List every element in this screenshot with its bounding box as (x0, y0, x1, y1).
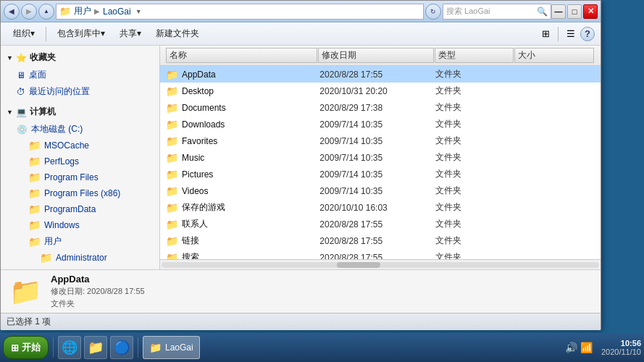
sidebar-section-computer[interactable]: ▼ 💻 计算机 (1, 103, 159, 121)
file-name: Favorites (182, 136, 217, 146)
table-row[interactable]: 📁 链接 2020/8/28 17:55 文件夹 (160, 232, 601, 249)
address-bar[interactable]: 📁 用户 ▶ LaoGai ▼ (56, 4, 424, 20)
up-button[interactable]: ▲ (38, 4, 54, 20)
folder-icon-file: 📁 (166, 185, 178, 197)
sidebar-item-desktop[interactable]: 🖥 桌面 (1, 67, 159, 83)
col-type-header[interactable]: 类型 (435, 48, 514, 63)
table-row[interactable]: 📁 Favorites 2009/7/14 10:35 文件夹 (160, 132, 601, 149)
taskbar-explorer-icon[interactable]: 📁 (84, 336, 107, 359)
file-type: 文件夹 (435, 235, 512, 247)
file-date: 2009/7/14 10:35 (319, 136, 435, 146)
table-row[interactable]: 📁 Desktop 2020/10/31 20:20 文件夹 (160, 83, 601, 99)
table-row[interactable]: 📁 联系人 2020/8/28 17:55 文件夹 (160, 216, 601, 232)
preview-meta2: 文件夹 (51, 298, 145, 309)
refresh-button[interactable]: ↻ (425, 4, 441, 20)
sidebar-item-windows[interactable]: 📁 Windows (1, 217, 159, 233)
folder-icon-file: 📁 (166, 102, 178, 114)
table-row[interactable]: 📁 AppData 2020/8/28 17:55 文件夹 (160, 66, 601, 83)
titlebar-controls: — □ ✕ (551, 4, 598, 19)
preview-folder-icon: 📁 (9, 277, 42, 307)
file-list[interactable]: 📁 AppData 2020/8/28 17:55 文件夹 📁 Desktop … (160, 66, 601, 259)
clock-date: 2020/11/10 (601, 348, 641, 356)
file-date: 2020/10/31 20:20 (319, 86, 435, 96)
file-name: Downloads (182, 119, 225, 130)
folder-icon-file: 📁 (166, 235, 178, 247)
search-icon[interactable]: 🔍 (537, 7, 548, 17)
chrome-icon: 🔵 (114, 340, 130, 355)
col-date-header[interactable]: 修改日期 (318, 48, 433, 63)
new-folder-button[interactable]: 新建文件夹 (149, 25, 206, 43)
explorer-window: ◀ ▶ ▲ 📁 用户 ▶ LaoGai ▼ ↻ 搜索 LaoGai 🔍 — □ … (0, 0, 601, 329)
folder-icon-ms: 📁 (28, 140, 41, 151)
taskbar-window-item[interactable]: 📁 LaoGai (143, 336, 200, 359)
hscroll-thumb[interactable] (337, 262, 380, 268)
sidebar-item-admin[interactable]: 📁 Administrator (1, 250, 159, 266)
back-button[interactable]: ◀ (4, 4, 20, 20)
file-name: Desktop (182, 86, 214, 96)
file-type: 文件夹 (435, 68, 512, 80)
start-button[interactable]: ⊞ 开始 (3, 336, 49, 359)
file-type: 文件夹 (435, 251, 512, 259)
close-button[interactable]: ✕ (583, 4, 598, 19)
notify-area: 🔊 📶 (561, 342, 597, 353)
sidebar-item-local-c[interactable]: 💿 本地磁盘 (C:) (1, 121, 159, 138)
sidebar-item-msocache[interactable]: 📁 MSOCache (1, 138, 159, 153)
addr-dropdown-icon[interactable]: ▼ (135, 8, 142, 15)
statusbar: 已选择 1 项 (1, 313, 601, 330)
taskbar-ie-icon[interactable]: 🌐 (58, 336, 81, 359)
disk-icon: 💿 (17, 125, 28, 135)
file-date: 2020/8/28 17:55 (319, 236, 435, 246)
folder-icon-default: 📁 (40, 268, 52, 269)
speaker-icon[interactable]: 🔊 (565, 342, 577, 353)
sidebar-item-users[interactable]: 📁 用户 (1, 233, 159, 250)
table-row[interactable]: 📁 Pictures 2009/7/14 10:35 文件夹 (160, 166, 601, 182)
clock[interactable]: 10:56 2020/11/10 (601, 339, 641, 356)
users-label: 用户 (44, 235, 62, 248)
table-row[interactable]: 📁 Documents 2020/8/29 17:38 文件夹 (160, 99, 601, 116)
titlebar: ◀ ▶ ▲ 📁 用户 ▶ LaoGai ▼ ↻ 搜索 LaoGai 🔍 — □ … (1, 1, 601, 22)
col-size-header[interactable]: 大小 (514, 48, 594, 63)
table-row[interactable]: 📁 Music 2009/7/14 10:35 文件夹 (160, 149, 601, 166)
network-icon[interactable]: 📶 (580, 342, 593, 353)
share-button[interactable]: 共享▾ (113, 25, 148, 43)
sidebar-section-favorites[interactable]: ▼ ⭐ 收藏夹 (1, 49, 159, 67)
organize-button[interactable]: 组织▾ (7, 25, 41, 43)
include-library-button[interactable]: 包含到库中▾ (51, 25, 112, 43)
pf-label: Program Files (44, 172, 99, 182)
sidebar-item-program-files-x86[interactable]: 📁 Program Files (x86) (1, 185, 159, 201)
minimize-button[interactable]: — (551, 4, 566, 19)
maximize-button[interactable]: □ (567, 4, 582, 19)
details-view-button[interactable]: ☰ (563, 26, 579, 42)
taskbar-chrome-icon[interactable]: 🔵 (110, 336, 133, 359)
folder-icon-file: 📁 (166, 252, 178, 260)
forward-button[interactable]: ▶ (21, 4, 37, 20)
windows-logo-icon: ⊞ (11, 342, 19, 353)
sidebar-item-perflogs[interactable]: 📁 PerfLogs (1, 153, 159, 169)
sidebar-item-programdata[interactable]: 📁 ProgramData (1, 201, 159, 217)
sidebar-item-default[interactable]: 📁 Default (1, 266, 159, 269)
main-area: ▼ ⭐ 收藏夹 🖥 桌面 ⏱ 最近访问的位置 ▼ 💻 计算机 💿 本地磁盘 (C… (1, 46, 601, 269)
content-area: 名称 修改日期 类型 大小 📁 AppData 2020/8/28 17:55 (160, 46, 601, 269)
addr-sep-1: ▶ (94, 7, 100, 15)
file-date: 2009/7/14 10:35 (319, 169, 435, 180)
chevron-icon-2: ▼ (7, 109, 13, 116)
sidebar-item-program-files[interactable]: 📁 Program Files (1, 169, 159, 185)
table-row[interactable]: 📁 保存的游戏 2020/10/10 16:03 文件夹 (160, 199, 601, 216)
table-row[interactable]: 📁 搜索 2020/8/28 17:55 文件夹 (160, 249, 601, 259)
pf86-label: Program Files (x86) (44, 188, 120, 198)
file-name-cell: 📁 Pictures (166, 169, 319, 180)
folder-icon-file: 📁 (166, 119, 178, 130)
table-row[interactable]: 📁 Downloads 2009/7/14 10:35 文件夹 (160, 116, 601, 132)
titlebar-nav: ◀ ▶ ▲ 📁 用户 ▶ LaoGai ▼ ↻ 搜索 LaoGai 🔍 (4, 4, 551, 20)
help-button[interactable]: ? (580, 27, 595, 41)
table-row[interactable]: 📁 Videos 2009/7/14 10:35 文件夹 (160, 182, 601, 199)
clock-time: 10:56 (601, 339, 641, 348)
sidebar-item-recent[interactable]: ⏱ 最近访问的位置 (1, 83, 159, 100)
hscroll[interactable] (160, 259, 601, 269)
search-box[interactable]: 搜索 LaoGai 🔍 (443, 4, 551, 20)
folder-icon-perf: 📁 (28, 156, 41, 167)
file-type: 文件夹 (435, 201, 512, 214)
file-date: 2020/8/28 17:55 (319, 70, 435, 80)
col-name-header[interactable]: 名称 (166, 48, 317, 63)
view-toggle-button[interactable]: ⊞ (538, 26, 553, 42)
